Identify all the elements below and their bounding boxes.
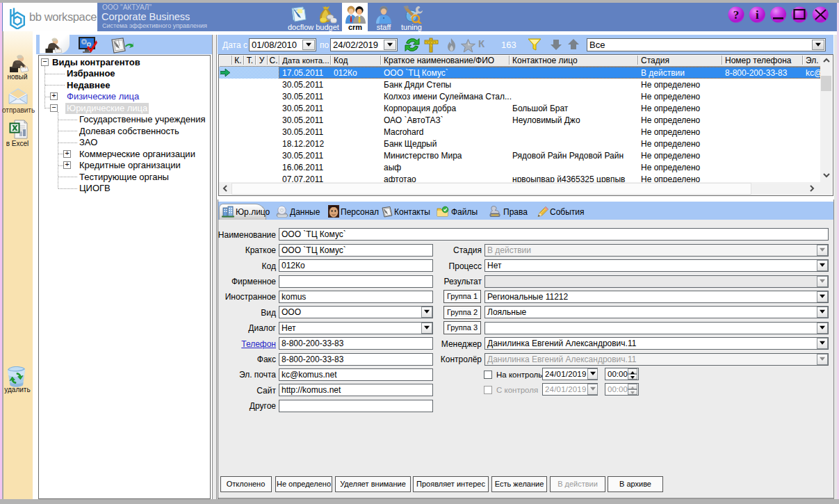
svg-text:i: i <box>756 8 759 22</box>
svg-text:?: ? <box>733 8 740 22</box>
